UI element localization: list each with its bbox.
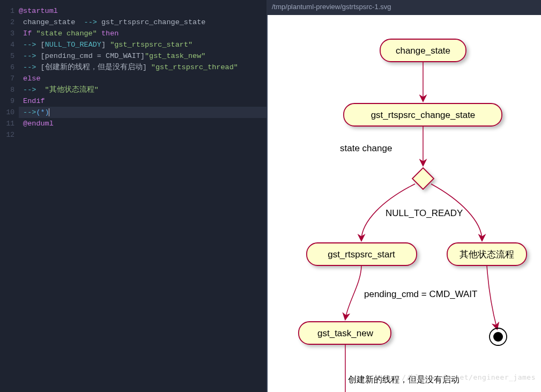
- token-keyword: If: [19, 29, 36, 38]
- code-line[interactable]: change_state --> gst_rtspsrc_change_stat…: [19, 17, 266, 28]
- token-string: "gst_rtspsrc_start": [110, 41, 192, 49]
- line-number: 1: [0, 5, 19, 17]
- text-cursor: [49, 108, 49, 116]
- token-bracket: [: [41, 41, 45, 49]
- token-space: [106, 41, 110, 49]
- line-number: 11: [0, 118, 19, 129]
- token-keyword: then: [97, 29, 119, 38]
- line-number: 4: [0, 39, 19, 50]
- edge-label-state-change: state change: [340, 143, 392, 153]
- token-directive: @enduml: [19, 120, 54, 128]
- token-bracket: ]: [101, 41, 106, 49]
- token-bracket: [: [41, 63, 45, 71]
- token-expr: pending_cmd = CMD_WAIT: [45, 52, 140, 60]
- plantuml-diagram: change_state gst_rtspsrc_change_state st…: [268, 15, 541, 392]
- token-bracket: [: [41, 52, 45, 60]
- code-line[interactable]: --> [NULL_TO_READY] "gst_rtspsrc_start": [19, 39, 266, 50]
- edge-label-pending: pending_cmd = CMD_WAIT: [364, 289, 477, 299]
- token-bracket: ]: [140, 52, 145, 60]
- code-line[interactable]: Endif: [19, 95, 266, 107]
- code-line[interactable]: @startuml: [19, 5, 266, 17]
- line-number: 7: [0, 73, 19, 84]
- code-area[interactable]: @startuml change_state --> gst_rtspsrc_c…: [19, 0, 266, 392]
- token-terminal: (*): [36, 108, 49, 116]
- code-line-current[interactable]: -->(*): [19, 107, 266, 118]
- token-string: "其他状态流程": [45, 86, 99, 94]
- token-string: "gst_rtspsrc_thread": [151, 63, 238, 71]
- token-arrow: -->: [19, 108, 36, 116]
- line-number: 12: [0, 129, 19, 140]
- edge: [487, 265, 497, 329]
- edge-label-null-to-ready: NULL_TO_READY: [386, 208, 463, 218]
- code-line[interactable]: --> "其他状态流程": [19, 84, 266, 95]
- token-arrow: -->: [84, 18, 97, 26]
- token-ident: gst_rtspsrc_change_state: [97, 18, 206, 26]
- line-number: 10: [0, 107, 19, 118]
- code-line[interactable]: --> [pending_cmd = CMD_WAIT]"gst_task_ne…: [19, 50, 266, 62]
- token-keyword: Endif: [19, 97, 45, 105]
- preview-pane: /tmp/plantuml-preview/gstrtspsrc-1.svg c…: [266, 0, 541, 392]
- line-number: 2: [0, 17, 19, 28]
- decision-diamond: [412, 168, 434, 189]
- token-arrow: -->: [19, 86, 45, 94]
- token-keyword: else: [19, 75, 41, 83]
- node-change-state-text: change_state: [396, 46, 450, 56]
- code-line[interactable]: @enduml: [19, 118, 266, 129]
- code-editor-pane: 1 2 3 4 5 6 7 8 9 10 11 12 @startuml cha…: [0, 0, 266, 392]
- code-line[interactable]: If "state change" then: [19, 28, 266, 39]
- code-line[interactable]: else: [19, 73, 266, 84]
- token-arrow: -->: [19, 41, 41, 49]
- line-number-gutter: 1 2 3 4 5 6 7 8 9 10 11 12: [0, 0, 19, 392]
- node-other-text: 其他状态流程: [460, 249, 514, 260]
- node-start-text: gst_rtspsrc_start: [328, 249, 395, 260]
- token-arrow: -->: [19, 63, 41, 71]
- line-number: 8: [0, 84, 19, 95]
- edge: [345, 265, 361, 319]
- token-arrow: -->: [19, 52, 41, 60]
- watermark-text: https://blog.csdn.net/engineer_james: [375, 373, 536, 381]
- line-number: 3: [0, 28, 19, 39]
- preview-path-bar: /tmp/plantuml-preview/gstrtspsrc-1.svg: [266, 0, 541, 15]
- line-number: 6: [0, 62, 19, 73]
- token-directive: @startuml: [19, 7, 58, 15]
- token-bracket: ]: [143, 63, 147, 71]
- token-enum: NULL_TO_READY: [45, 41, 101, 49]
- line-number: 5: [0, 50, 19, 62]
- node-change-state-fn-text: gst_rtspsrc_change_state: [371, 110, 476, 120]
- token-expr: 创建新的线程，但是没有启动: [45, 63, 143, 71]
- node-task-new-text: gst_task_new: [317, 328, 374, 338]
- preview-file-path: /tmp/plantuml-preview/gstrtspsrc-1.svg: [272, 3, 391, 11]
- line-number: 9: [0, 95, 19, 107]
- token-space: [147, 63, 151, 71]
- token-ident: change_state: [19, 18, 84, 26]
- final-state-inner: [493, 332, 503, 342]
- preview-canvas[interactable]: change_state gst_rtspsrc_change_state st…: [266, 15, 541, 392]
- token-string: "gst_task_new": [145, 52, 205, 60]
- token-string: "state change": [36, 29, 97, 38]
- code-line[interactable]: --> [创建新的线程，但是没有启动] "gst_rtspsrc_thread": [19, 62, 266, 73]
